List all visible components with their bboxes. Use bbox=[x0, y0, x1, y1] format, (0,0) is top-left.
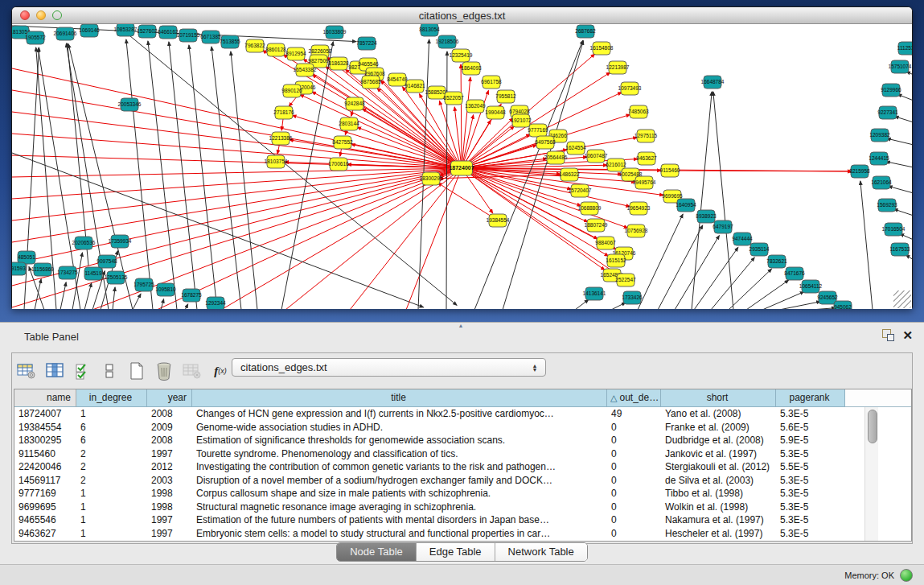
citation-graph[interactable]: 7963822886012889129542822605898275091654… bbox=[12, 24, 912, 309]
delete-table-icon[interactable] bbox=[183, 360, 202, 381]
table-cell[interactable]: 9463627 bbox=[14, 527, 76, 541]
table-cell[interactable]: Estimation of the future numbers of pati… bbox=[192, 513, 607, 527]
table-cell[interactable]: Changes of HCN gene expression and I(f) … bbox=[192, 407, 607, 421]
table-row[interactable]: 1872400712008Changes of HCN gene express… bbox=[14, 407, 911, 421]
column-header-short[interactable]: short bbox=[661, 389, 776, 407]
table-cell[interactable]: Structural magnetic resonance image aver… bbox=[192, 501, 607, 514]
table-cell[interactable]: 2 bbox=[76, 447, 147, 461]
table-cell[interactable]: 1 bbox=[76, 501, 147, 514]
tab-network-table[interactable]: Network Table bbox=[495, 543, 587, 561]
table-cell[interactable]: 5.6E-5 bbox=[776, 421, 845, 435]
table-cell[interactable]: 5.5E-5 bbox=[776, 460, 845, 474]
column-header-title[interactable]: title bbox=[192, 389, 607, 407]
close-panel-icon[interactable]: ✕ bbox=[902, 329, 913, 341]
column-visibility-icon[interactable] bbox=[46, 360, 64, 381]
table-cell[interactable]: 0 bbox=[607, 501, 661, 514]
column-header-pagerank[interactable]: pagerank bbox=[776, 389, 845, 407]
table-cell[interactable]: Jankovic et al. (1997) bbox=[661, 447, 776, 461]
column-header-name[interactable]: name bbox=[14, 389, 76, 407]
table-row[interactable]: 977716911998Corpus callosum shape and si… bbox=[14, 487, 911, 501]
table-cell[interactable]: 22420046 bbox=[14, 460, 76, 474]
table-cell[interactable]: 5.3E-5 bbox=[776, 527, 845, 541]
table-row[interactable]: 1456911722003Disruption of a novel membe… bbox=[14, 474, 911, 488]
table-row[interactable]: 969969511998Structural magnetic resonanc… bbox=[14, 501, 911, 514]
table-cell[interactable]: 1998 bbox=[147, 501, 192, 514]
table-row[interactable]: 946362711997Embryonic stem cells: a mode… bbox=[14, 527, 911, 541]
scrollbar-thumb[interactable] bbox=[868, 410, 877, 443]
table-cell[interactable]: 2 bbox=[76, 474, 147, 488]
table-row[interactable]: 2242004622012Investigating the contribut… bbox=[14, 460, 911, 474]
table-cell[interactable]: 6 bbox=[76, 421, 147, 435]
table-cell[interactable]: 1997 bbox=[147, 513, 192, 527]
table-cell[interactable]: Embryonic stem cells: a model to study s… bbox=[192, 527, 607, 541]
table-cell[interactable]: 0 bbox=[607, 421, 661, 435]
table-cell[interactable]: Genome-wide association studies in ADHD. bbox=[192, 421, 607, 435]
table-cell[interactable]: Tibbo et al. (1998) bbox=[661, 487, 776, 501]
row-selection-icon[interactable] bbox=[73, 360, 91, 381]
table-cell[interactable]: Corpus callosum shape and size in male p… bbox=[192, 487, 607, 501]
table-cell[interactable]: 2009 bbox=[147, 421, 192, 435]
table-cell[interactable]: Nakamura et al. (1997) bbox=[661, 513, 776, 527]
table-cell[interactable]: 5.3E-5 bbox=[776, 487, 845, 501]
table-cell[interactable]: 1 bbox=[76, 513, 147, 527]
table-cell[interactable]: 5.3E-5 bbox=[776, 501, 845, 514]
table-vertical-scrollbar[interactable] bbox=[864, 407, 878, 541]
table-settings-icon[interactable] bbox=[17, 360, 36, 381]
table-cell[interactable]: 1 bbox=[76, 527, 147, 541]
table-cell[interactable]: Franke et al. (2009) bbox=[661, 421, 776, 435]
table-cell[interactable]: 5.3E-5 bbox=[776, 407, 845, 421]
table-cell[interactable]: 1998 bbox=[147, 487, 192, 501]
window-resize-grip[interactable] bbox=[893, 290, 911, 308]
table-cell[interactable]: 0 bbox=[607, 460, 661, 474]
table-cell[interactable]: 0 bbox=[607, 513, 661, 527]
column-header-in_degree[interactable]: in_degree bbox=[76, 389, 147, 407]
table-cell[interactable]: Disruption of a novel member of a sodium… bbox=[192, 474, 607, 488]
table-cell[interactable]: 0 bbox=[607, 487, 661, 501]
table-cell[interactable]: Estimation of significance thresholds fo… bbox=[192, 434, 607, 447]
table-cell[interactable]: 18724007 bbox=[14, 407, 76, 421]
tab-edge-table[interactable]: Edge Table bbox=[417, 543, 495, 561]
table-cell[interactable]: 2008 bbox=[147, 434, 192, 447]
table-cell[interactable]: Investigating the contribution of common… bbox=[192, 460, 607, 474]
tab-node-table[interactable]: Node Table bbox=[337, 543, 417, 561]
memory-indicator[interactable]: Memory: OK bbox=[844, 569, 913, 582]
table-cell[interactable]: 19384554 bbox=[14, 421, 76, 435]
new-table-icon[interactable] bbox=[128, 360, 146, 381]
table-cell[interactable]: 5.3E-5 bbox=[776, 513, 845, 527]
table-row[interactable]: 1830029562008Estimation of significance … bbox=[14, 434, 911, 447]
table-cell[interactable]: 9465546 bbox=[14, 513, 76, 527]
table-cell[interactable]: Stergiakouli et al. (2012) bbox=[661, 460, 776, 474]
network-canvas[interactable]: 7963822886012889129542822605898275091654… bbox=[12, 24, 912, 309]
table-cell[interactable]: de Silva et al. (2003) bbox=[661, 474, 776, 488]
table-row[interactable]: 946554611997Estimation of the future num… bbox=[14, 513, 911, 527]
table-cell[interactable]: 0 bbox=[607, 527, 661, 541]
table-cell[interactable]: 2003 bbox=[147, 474, 192, 488]
table-cell[interactable]: 2012 bbox=[147, 460, 192, 474]
table-cell[interactable]: 5.3E-5 bbox=[776, 474, 845, 488]
table-cell[interactable]: Wolkin et al. (1998) bbox=[661, 501, 776, 514]
table-cell[interactable]: Tourette syndrome. Phenomenology and cla… bbox=[192, 447, 607, 461]
column-header-year[interactable]: year bbox=[147, 389, 192, 407]
table-row[interactable]: 911546021997Tourette syndrome. Phenomeno… bbox=[14, 447, 911, 461]
table-cell[interactable]: 0 bbox=[607, 474, 661, 488]
table-selector[interactable]: citations_edges.txt ▲▼ bbox=[232, 358, 546, 377]
table-cell[interactable]: 2008 bbox=[147, 407, 192, 421]
table-cell[interactable]: 9777169 bbox=[14, 487, 76, 501]
table-cell[interactable]: Dudbridge et al. (2008) bbox=[661, 434, 776, 447]
table-cell[interactable]: 1 bbox=[76, 487, 147, 501]
table-cell[interactable]: 5.3E-5 bbox=[776, 447, 845, 461]
table-cell[interactable]: Hescheler et al. (1997) bbox=[661, 527, 776, 541]
table-cell[interactable]: 9115460 bbox=[14, 447, 76, 461]
table-cell[interactable]: 18300295 bbox=[14, 434, 76, 447]
network-window-titlebar[interactable]: citations_edges.txt bbox=[12, 7, 912, 24]
delete-rows-icon[interactable] bbox=[155, 360, 173, 381]
column-header-out_de[interactable]: △out_de… bbox=[607, 389, 661, 407]
function-builder-icon[interactable]: f(x) bbox=[211, 360, 229, 381]
table-cell[interactable]: Yano et al. (2008) bbox=[661, 407, 776, 421]
table-cell[interactable]: 1997 bbox=[147, 447, 192, 461]
rows-icon[interactable] bbox=[101, 360, 118, 381]
table-cell[interactable]: 1997 bbox=[147, 527, 192, 541]
float-panel-icon[interactable] bbox=[882, 329, 894, 341]
table-cell[interactable]: 5.9E-5 bbox=[776, 434, 845, 447]
table-cell[interactable]: 6 bbox=[76, 434, 147, 447]
